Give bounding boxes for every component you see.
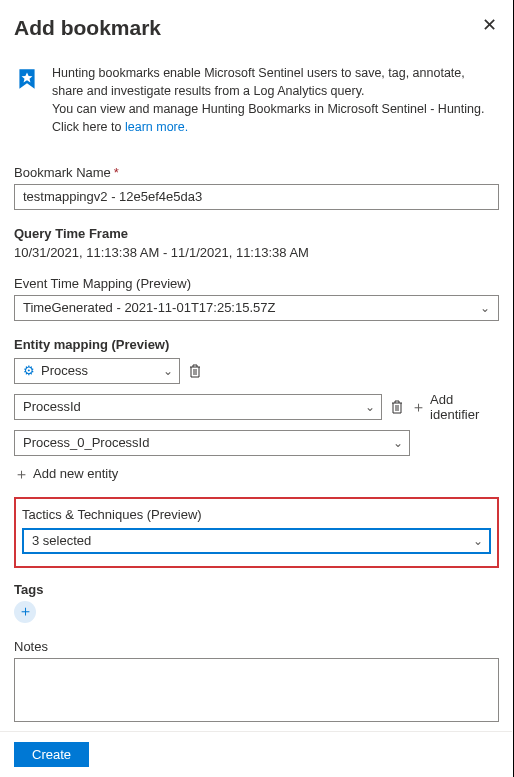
bookmark-name-input[interactable] bbox=[14, 184, 499, 210]
chevron-down-icon: ⌄ bbox=[365, 400, 375, 414]
add-tag-button[interactable]: ＋ bbox=[14, 601, 36, 623]
notes-label: Notes bbox=[14, 639, 499, 654]
event-time-select[interactable]: TimeGenerated - 2021-11-01T17:25:15.57Z … bbox=[14, 295, 499, 321]
bookmark-icon bbox=[14, 66, 40, 92]
event-time-label: Event Time Mapping (Preview) bbox=[14, 276, 499, 291]
plus-icon: ＋ bbox=[14, 466, 29, 481]
chevron-down-icon: ⌄ bbox=[473, 534, 483, 548]
tactics-select[interactable]: 3 selected ⌄ bbox=[22, 528, 491, 554]
chevron-down-icon: ⌄ bbox=[393, 436, 403, 450]
query-time-label: Query Time Frame bbox=[14, 226, 499, 241]
learn-more-link[interactable]: learn more. bbox=[125, 120, 188, 134]
delete-entity-icon[interactable] bbox=[188, 363, 202, 379]
delete-identifier-icon[interactable] bbox=[390, 399, 403, 415]
info-text: Hunting bookmarks enable Microsoft Senti… bbox=[52, 64, 499, 137]
add-entity-button[interactable]: ＋ Add new entity bbox=[14, 466, 499, 481]
bookmark-name-label: Bookmark Name* bbox=[14, 165, 499, 180]
notes-textarea[interactable] bbox=[14, 658, 499, 722]
identifier-value-select[interactable]: Process_0_ProcessId ⌄ bbox=[14, 430, 410, 456]
identifier-select[interactable]: ProcessId ⌄ bbox=[14, 394, 382, 420]
tactics-highlight-box: Tactics & Techniques (Preview) 3 selecte… bbox=[14, 497, 499, 568]
plus-icon: ＋ bbox=[411, 399, 426, 414]
panel-title: Add bookmark bbox=[14, 16, 161, 40]
tactics-label: Tactics & Techniques (Preview) bbox=[22, 507, 491, 522]
plus-icon: ＋ bbox=[18, 602, 33, 621]
tags-label: Tags bbox=[14, 582, 499, 597]
create-button[interactable]: Create bbox=[14, 742, 89, 767]
gear-icon: ⚙ bbox=[23, 363, 35, 378]
entity-type-select[interactable]: ⚙ Process ⌄ bbox=[14, 358, 180, 384]
add-identifier-button[interactable]: ＋ Add identifier bbox=[411, 392, 499, 422]
entity-mapping-label: Entity mapping (Preview) bbox=[14, 337, 499, 352]
query-time-value: 10/31/2021, 11:13:38 AM - 11/1/2021, 11:… bbox=[14, 245, 499, 260]
chevron-down-icon: ⌄ bbox=[163, 364, 173, 378]
chevron-down-icon: ⌄ bbox=[480, 301, 490, 315]
close-icon[interactable]: ✕ bbox=[480, 16, 499, 34]
